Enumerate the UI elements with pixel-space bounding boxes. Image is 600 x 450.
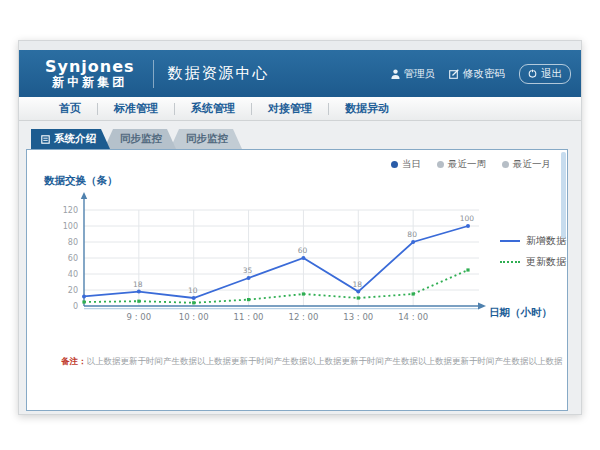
svg-text:18: 18 [133,280,143,289]
filter-last-week[interactable]: 最近一周 [437,158,486,171]
legend-item-new-data[interactable]: 新增数据 [500,234,566,248]
legend-label: 更新数据 [526,255,566,269]
radio-unselected-icon [502,161,509,168]
legend-label: 新增数据 [526,234,566,248]
x-axis-title: 日期（小时） [489,306,552,320]
svg-text:80: 80 [407,230,417,239]
change-password-button[interactable]: 修改密码 [449,67,505,81]
line-chart: 0204060801001209 : 0010 : 0011 : 0012 : … [27,190,569,342]
tab-sync-monitor-2[interactable]: 同步监控 [170,129,242,149]
app-window: Synjones 新中新集团 数据资源中心 管理员 修改密码 [18,40,582,415]
svg-text:10 : 00: 10 : 00 [179,312,209,322]
svg-text:20: 20 [68,286,78,295]
dotted-line-swatch [500,261,520,263]
svg-text:80: 80 [68,238,78,247]
solid-line-swatch [500,240,520,242]
tab-label: 同步监控 [120,132,162,146]
filter-label: 最近一周 [448,158,486,171]
edit-icon [449,69,459,79]
header-divider [153,60,154,88]
logout-button[interactable]: 退出 [519,64,571,84]
svg-text:12 : 00: 12 : 00 [288,312,318,322]
filter-label: 当日 [402,158,421,171]
time-range-filters: 当日 最近一周 最近一月 [391,158,551,171]
svg-text:0: 0 [73,302,78,311]
footnote: 备注：以上数据更新于时间产生数据以上数据更新于时间产生数据以上数据更新于时间产生… [61,356,563,368]
footnote-label: 备注： [61,356,87,366]
svg-text:100: 100 [460,214,475,223]
content-area: 系统介绍 同步监控 同步监控 当日 最近一周 [19,121,581,414]
filter-today[interactable]: 当日 [391,158,421,171]
logo-text-en: Synjones [45,58,135,76]
nav-item-standard-mgmt[interactable]: 标准管理 [98,101,174,116]
chart-panel: 当日 最近一周 最近一月 数据交换（条） 0204060801001209 : … [26,149,568,411]
nav-item-interface-mgmt[interactable]: 对接管理 [252,101,328,116]
user-label: 管理员 [404,67,436,81]
nav-item-system-mgmt[interactable]: 系统管理 [175,101,251,116]
tab-label: 同步监控 [186,132,228,146]
power-icon [528,69,537,78]
svg-text:35: 35 [243,266,253,275]
svg-text:100: 100 [63,222,78,231]
change-password-label: 修改密码 [463,67,505,81]
page-title: 数据资源中心 [168,64,270,83]
nav-item-home[interactable]: 首页 [43,101,97,116]
svg-text:60: 60 [68,254,78,263]
svg-text:120: 120 [63,206,78,215]
y-axis-title: 数据交换（条） [44,174,118,188]
svg-text:13 : 00: 13 : 00 [343,312,373,322]
footnote-text: 以上数据更新于时间产生数据以上数据更新于时间产生数据以上数据更新于时间产生数据以… [87,356,564,366]
tab-system-intro[interactable]: 系统介绍 [31,129,110,149]
user-menu[interactable]: 管理员 [391,67,436,81]
svg-text:14 : 00: 14 : 00 [398,312,428,322]
main-nav: 首页 标准管理 系统管理 对接管理 数据异动 [19,97,581,121]
svg-text:11 : 00: 11 : 00 [234,312,264,322]
svg-text:40: 40 [68,270,78,279]
tab-sync-monitor-1[interactable]: 同步监控 [104,129,176,149]
logout-label: 退出 [541,67,562,81]
panel-scrollbar-thumb[interactable] [561,152,566,238]
company-logo: Synjones 新中新集团 [45,58,135,89]
svg-text:18: 18 [353,280,363,289]
nav-item-data-change[interactable]: 数据异动 [329,101,405,116]
logo-text-cn: 新中新集团 [45,76,135,89]
tab-label: 系统介绍 [54,132,96,146]
legend-item-update-data[interactable]: 更新数据 [500,255,566,269]
svg-text:60: 60 [298,246,308,255]
chart-legend: 新增数据 更新数据 [500,234,566,269]
document-icon [41,135,50,144]
svg-text:9 : 00: 9 : 00 [127,312,152,322]
svg-text:10: 10 [188,286,198,295]
header-user-controls: 管理员 修改密码 退出 [391,64,572,84]
radio-unselected-icon [437,161,444,168]
radio-selected-icon [391,161,398,168]
filter-last-month[interactable]: 最近一月 [502,158,551,171]
app-header: Synjones 新中新集团 数据资源中心 管理员 修改密码 [19,50,581,97]
user-icon [391,69,400,79]
tab-bar: 系统介绍 同步监控 同步监控 [31,129,242,149]
filter-label: 最近一月 [513,158,551,171]
